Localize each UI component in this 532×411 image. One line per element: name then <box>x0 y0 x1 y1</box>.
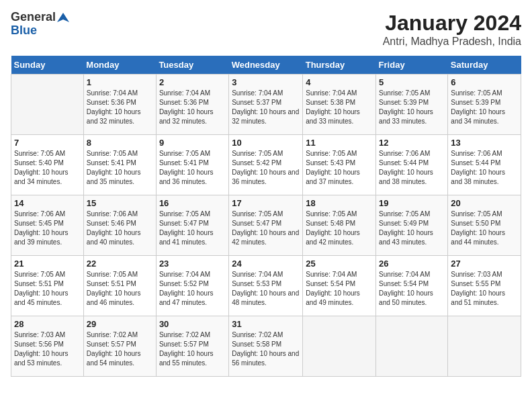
day-info: Sunrise: 7:06 AMSunset: 5:44 PMDaylight:… <box>451 149 518 187</box>
day-info: Sunrise: 7:04 AMSunset: 5:53 PMDaylight:… <box>232 270 300 308</box>
calendar-table: SundayMondayTuesdayWednesdayThursdayFrid… <box>11 56 521 377</box>
day-number: 30 <box>159 319 226 329</box>
day-info: Sunrise: 7:05 AMSunset: 5:40 PMDaylight:… <box>14 149 81 187</box>
day-info: Sunrise: 7:04 AMSunset: 5:52 PMDaylight:… <box>159 270 226 308</box>
day-number: 13 <box>451 138 518 148</box>
day-number: 16 <box>159 198 226 208</box>
calendar-cell: 12Sunrise: 7:06 AMSunset: 5:44 PMDayligh… <box>376 135 448 195</box>
day-number: 27 <box>451 259 518 269</box>
day-number: 7 <box>14 138 81 148</box>
day-info: Sunrise: 7:05 AMSunset: 5:51 PMDaylight:… <box>87 270 153 308</box>
logo-general-text: General <box>11 11 56 24</box>
day-number: 20 <box>451 198 518 208</box>
calendar-cell: 2Sunrise: 7:04 AMSunset: 5:36 PMDaylight… <box>156 75 228 135</box>
day-info: Sunrise: 7:05 AMSunset: 5:41 PMDaylight:… <box>87 149 153 187</box>
calendar-week-row: 1Sunrise: 7:04 AMSunset: 5:36 PMDaylight… <box>11 75 521 135</box>
calendar-cell: 3Sunrise: 7:04 AMSunset: 5:37 PMDaylight… <box>229 75 303 135</box>
day-info: Sunrise: 7:04 AMSunset: 5:54 PMDaylight:… <box>379 270 445 308</box>
calendar-cell: 16Sunrise: 7:05 AMSunset: 5:47 PMDayligh… <box>156 195 228 256</box>
logo-bird-icon <box>57 11 69 24</box>
logo-blue-text: Blue <box>11 24 37 38</box>
page-subtitle: Antri, Madhya Pradesh, India <box>383 36 521 48</box>
calendar-cell: 7Sunrise: 7:05 AMSunset: 5:40 PMDaylight… <box>11 135 84 195</box>
day-number: 11 <box>306 138 373 148</box>
calendar-cell: 15Sunrise: 7:06 AMSunset: 5:46 PMDayligh… <box>83 195 156 256</box>
day-number: 23 <box>159 259 226 269</box>
day-number: 9 <box>159 138 226 148</box>
day-number: 22 <box>87 259 153 269</box>
day-number: 17 <box>232 198 300 208</box>
day-number: 21 <box>14 259 81 269</box>
calendar-cell: 8Sunrise: 7:05 AMSunset: 5:41 PMDaylight… <box>83 135 156 195</box>
day-info: Sunrise: 7:02 AMSunset: 5:57 PMDaylight:… <box>159 330 226 368</box>
day-number: 24 <box>232 259 300 269</box>
day-number: 2 <box>159 77 226 87</box>
calendar-cell: 23Sunrise: 7:04 AMSunset: 5:52 PMDayligh… <box>156 256 228 316</box>
day-number: 12 <box>379 138 445 148</box>
day-info: Sunrise: 7:03 AMSunset: 5:56 PMDaylight:… <box>14 330 81 368</box>
day-number: 18 <box>306 198 373 208</box>
day-info: Sunrise: 7:03 AMSunset: 5:55 PMDaylight:… <box>451 270 518 308</box>
day-info: Sunrise: 7:06 AMSunset: 5:45 PMDaylight:… <box>14 210 81 247</box>
calendar-cell: 1Sunrise: 7:04 AMSunset: 5:36 PMDaylight… <box>83 75 156 135</box>
day-number: 1 <box>87 77 153 87</box>
day-info: Sunrise: 7:04 AMSunset: 5:38 PMDaylight:… <box>306 89 373 126</box>
calendar-cell: 20Sunrise: 7:05 AMSunset: 5:50 PMDayligh… <box>448 195 521 256</box>
calendar-cell: 21Sunrise: 7:05 AMSunset: 5:51 PMDayligh… <box>11 256 84 316</box>
header-day-friday: Friday <box>376 56 448 75</box>
day-info: Sunrise: 7:04 AMSunset: 5:54 PMDaylight:… <box>306 270 373 308</box>
calendar-week-row: 14Sunrise: 7:06 AMSunset: 5:45 PMDayligh… <box>11 195 521 256</box>
day-info: Sunrise: 7:04 AMSunset: 5:37 PMDaylight:… <box>232 89 300 126</box>
header-day-saturday: Saturday <box>448 56 521 75</box>
calendar-cell: 11Sunrise: 7:05 AMSunset: 5:43 PMDayligh… <box>303 135 376 195</box>
calendar-cell: 14Sunrise: 7:06 AMSunset: 5:45 PMDayligh… <box>11 195 84 256</box>
logo: General Blue <box>11 11 69 38</box>
calendar-week-row: 28Sunrise: 7:03 AMSunset: 5:56 PMDayligh… <box>11 316 521 377</box>
day-number: 10 <box>232 138 300 148</box>
calendar-cell: 5Sunrise: 7:05 AMSunset: 5:39 PMDaylight… <box>376 75 448 135</box>
calendar-cell: 10Sunrise: 7:05 AMSunset: 5:42 PMDayligh… <box>229 135 303 195</box>
day-number: 14 <box>14 198 81 208</box>
day-number: 25 <box>306 259 373 269</box>
day-info: Sunrise: 7:05 AMSunset: 5:39 PMDaylight:… <box>451 89 518 126</box>
day-info: Sunrise: 7:05 AMSunset: 5:41 PMDaylight:… <box>159 149 226 187</box>
day-number: 29 <box>87 319 153 329</box>
day-info: Sunrise: 7:05 AMSunset: 5:50 PMDaylight:… <box>451 210 518 247</box>
day-info: Sunrise: 7:05 AMSunset: 5:48 PMDaylight:… <box>306 210 373 247</box>
day-info: Sunrise: 7:06 AMSunset: 5:46 PMDaylight:… <box>87 210 153 247</box>
header-day-tuesday: Tuesday <box>156 56 228 75</box>
day-info: Sunrise: 7:05 AMSunset: 5:39 PMDaylight:… <box>379 89 445 126</box>
day-number: 6 <box>451 77 518 87</box>
calendar-cell: 22Sunrise: 7:05 AMSunset: 5:51 PMDayligh… <box>83 256 156 316</box>
day-number: 26 <box>379 259 445 269</box>
calendar-cell: 4Sunrise: 7:04 AMSunset: 5:38 PMDaylight… <box>303 75 376 135</box>
day-info: Sunrise: 7:05 AMSunset: 5:47 PMDaylight:… <box>232 210 300 247</box>
calendar-cell <box>303 316 376 377</box>
day-info: Sunrise: 7:05 AMSunset: 5:47 PMDaylight:… <box>159 210 226 247</box>
day-number: 3 <box>232 77 300 87</box>
calendar-cell: 26Sunrise: 7:04 AMSunset: 5:54 PMDayligh… <box>376 256 448 316</box>
calendar-cell: 9Sunrise: 7:05 AMSunset: 5:41 PMDaylight… <box>156 135 228 195</box>
calendar-cell: 25Sunrise: 7:04 AMSunset: 5:54 PMDayligh… <box>303 256 376 316</box>
calendar-week-row: 7Sunrise: 7:05 AMSunset: 5:40 PMDaylight… <box>11 135 521 195</box>
day-info: Sunrise: 7:05 AMSunset: 5:42 PMDaylight:… <box>232 149 300 187</box>
day-info: Sunrise: 7:04 AMSunset: 5:36 PMDaylight:… <box>159 89 226 126</box>
calendar-cell: 24Sunrise: 7:04 AMSunset: 5:53 PMDayligh… <box>229 256 303 316</box>
day-number: 28 <box>14 319 81 329</box>
day-info: Sunrise: 7:04 AMSunset: 5:36 PMDaylight:… <box>87 89 153 126</box>
day-number: 5 <box>379 77 445 87</box>
calendar-cell <box>11 75 84 135</box>
calendar-cell: 19Sunrise: 7:05 AMSunset: 5:49 PMDayligh… <box>376 195 448 256</box>
page-title: January 2024 <box>383 11 521 36</box>
day-info: Sunrise: 7:06 AMSunset: 5:44 PMDaylight:… <box>379 149 445 187</box>
calendar-header-row: SundayMondayTuesdayWednesdayThursdayFrid… <box>11 56 521 75</box>
calendar-cell <box>376 316 448 377</box>
header-day-sunday: Sunday <box>11 56 84 75</box>
day-info: Sunrise: 7:02 AMSunset: 5:57 PMDaylight:… <box>87 330 153 368</box>
day-info: Sunrise: 7:05 AMSunset: 5:43 PMDaylight:… <box>306 149 373 187</box>
header-day-thursday: Thursday <box>303 56 376 75</box>
day-info: Sunrise: 7:05 AMSunset: 5:49 PMDaylight:… <box>379 210 445 247</box>
calendar-cell: 31Sunrise: 7:02 AMSunset: 5:58 PMDayligh… <box>229 316 303 377</box>
calendar-cell: 6Sunrise: 7:05 AMSunset: 5:39 PMDaylight… <box>448 75 521 135</box>
svg-marker-0 <box>57 13 69 22</box>
